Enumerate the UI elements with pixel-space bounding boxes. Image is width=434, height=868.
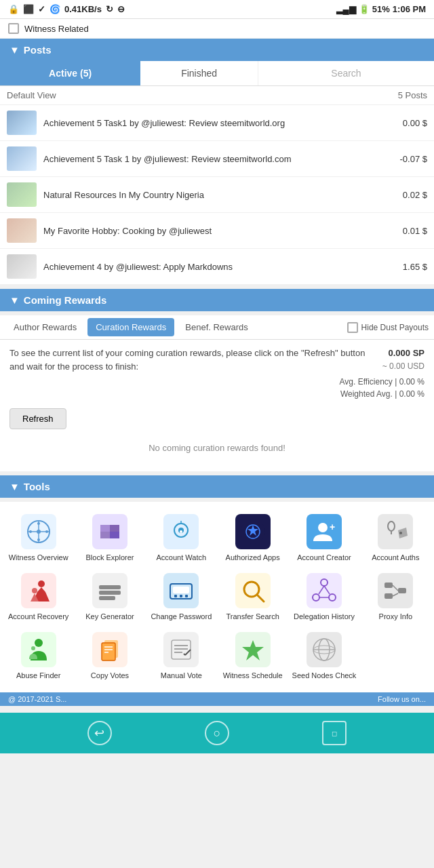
check-icon: ✓ (38, 4, 45, 14)
post-value: 0.00 $ (392, 118, 427, 128)
tool-witness-schedule[interactable]: Witness Schedule (217, 627, 288, 686)
tool-manual-vote[interactable]: Manual Vote (146, 627, 217, 686)
table-row[interactable]: My Favorite Hobby: Cooking by @juliewest… (0, 213, 434, 249)
avg-efficiency-label: Avg. Efficiency | 0.00 % (9, 376, 425, 388)
tool-account-recovery[interactable]: Account Recovery (3, 568, 74, 627)
svg-rect-8 (100, 525, 110, 532)
svg-line-40 (324, 586, 330, 594)
tool-transfer-search[interactable]: Transfer Search (217, 568, 288, 627)
screen-icon: ⬛ (23, 4, 34, 14)
svg-line-45 (393, 585, 398, 591)
tab-search[interactable]: Search (258, 61, 434, 85)
tab-benef-rewards[interactable]: Benef. Rewards (177, 318, 256, 336)
svg-point-4 (37, 522, 40, 525)
svg-rect-33 (185, 595, 188, 597)
tab-finished[interactable]: Finished (140, 61, 258, 85)
posts-toolbar: Default View 5 Posts (0, 86, 434, 105)
svg-rect-44 (384, 593, 393, 599)
svg-rect-27 (99, 591, 121, 595)
copy-votes-label: Copy Votes (91, 671, 129, 680)
tool-block-explorer[interactable]: Block Explorer (74, 509, 145, 568)
account-recovery-label: Account Recovery (8, 612, 68, 621)
svg-rect-26 (99, 585, 121, 589)
avg-efficiency: Avg. Efficiency | 0.00 % Weighted Avg. |… (9, 373, 425, 403)
svg-rect-30 (173, 587, 189, 593)
hide-dust-label: Hide Dust Payouts (361, 323, 429, 332)
abuse-finder-label: Abuse Finder (16, 671, 60, 680)
sp-value: 0.000 SP (382, 347, 425, 360)
back-button[interactable]: ↩ (87, 721, 112, 745)
account-watch-icon (163, 514, 199, 549)
witness-overview-label: Witness Overview (9, 553, 68, 562)
tool-change-password[interactable]: Change Password (146, 568, 217, 627)
tool-witness-overview[interactable]: Witness Overview (3, 509, 74, 568)
svg-point-6 (29, 530, 32, 533)
tools-grid: Witness Overview Block Explorer Account … (0, 502, 434, 693)
tool-account-creator[interactable]: + Account Creator (288, 509, 359, 568)
svg-point-36 (321, 579, 328, 586)
post-thumbnail (7, 218, 37, 243)
svg-line-35 (257, 595, 264, 601)
witness-checkbox[interactable] (8, 23, 19, 34)
browser-icon: 🌀 (50, 4, 60, 14)
rewards-right-panel: 0.000 SP ~ 0.00 USD (382, 347, 425, 372)
svg-line-46 (393, 593, 398, 596)
tab-author-rewards[interactable]: Author Rewards (5, 318, 85, 336)
hide-dust-checkbox[interactable] (347, 322, 358, 333)
tool-authorized-apps[interactable]: Authorized Apps (217, 509, 288, 568)
tool-proxy-info[interactable]: Proxy Info (360, 568, 431, 627)
tools-section: Witness Overview Block Explorer Account … (0, 502, 434, 693)
refresh-button[interactable]: Refresh (9, 408, 66, 429)
tool-account-watch[interactable]: Account Watch (146, 509, 217, 568)
tool-delegation-history[interactable]: Delegation History (288, 568, 359, 627)
speed-display: 0.41KB/s (64, 4, 102, 14)
authorized-apps-icon (235, 514, 271, 549)
rewards-description: To see the current list of your coming c… (9, 348, 365, 372)
transfer-search-icon (235, 573, 271, 608)
coming-rewards-header: ▼ Coming Rewards (0, 289, 434, 311)
posts-section-header: ▼ Posts (0, 39, 434, 61)
svg-point-5 (37, 538, 40, 541)
witness-related-row[interactable]: Witness Related (0, 19, 434, 39)
table-row[interactable]: Achievement 5 Task1 by @juliewest: Revie… (0, 105, 434, 141)
signal-bars: ▂▄▆ (336, 4, 356, 14)
svg-rect-42 (384, 583, 393, 588)
key-generator-label: Key Generator (85, 612, 134, 621)
table-row[interactable]: Natural Resources In My Country Nigeria … (0, 177, 434, 213)
tab-active[interactable]: Active (5) (0, 61, 140, 85)
table-row[interactable]: Achievement 5 Task 1 by @juliewest: Revi… (0, 141, 434, 177)
nav-bar: ↩ ○ ◻ (0, 713, 434, 753)
home-button[interactable]: ○ (205, 721, 229, 745)
svg-rect-31 (174, 595, 177, 597)
tool-abuse-finder[interactable]: Abuse Finder (3, 627, 74, 686)
account-recovery-icon (21, 573, 56, 608)
status-right: ▂▄▆ 🔋 51% 1:06 PM (336, 4, 426, 14)
svg-point-25 (32, 588, 37, 593)
proxy-info-icon (378, 573, 413, 608)
tool-key-generator[interactable]: Key Generator (74, 568, 145, 627)
rewards-content: 0.000 SP ~ 0.00 USD To see the current l… (0, 340, 434, 471)
status-bar: 🔒 ⬛ ✓ 🌀 0.41KB/s ↻ ⊖ ▂▄▆ 🔋 51% 1:06 PM (0, 0, 434, 19)
tab-curation-rewards[interactable]: Curation Rewards (87, 318, 174, 336)
chevron-down-icon: ▼ (9, 481, 20, 492)
block-explorer-icon (92, 514, 127, 549)
witness-schedule-icon (235, 632, 271, 667)
post-title: My Favorite Hobby: Cooking by @juliewest (43, 226, 385, 236)
account-auths-icon (378, 514, 413, 549)
svg-point-7 (45, 530, 48, 533)
svg-point-3 (37, 530, 41, 534)
tool-seed-nodes[interactable]: Seed Nodes Check (288, 627, 359, 686)
coming-rewards-title: Coming Rewards (24, 294, 107, 306)
table-row[interactable]: Achievement 4 by @juliewest: Apply Markd… (0, 249, 434, 285)
tool-copy-votes[interactable]: Copy Votes (74, 627, 145, 686)
post-value: 0.02 $ (392, 190, 427, 200)
svg-rect-32 (180, 595, 182, 597)
no-rewards-message: No coming curation rewards found! (9, 435, 425, 465)
recent-apps-button[interactable]: ◻ (322, 721, 347, 745)
view-selector[interactable]: Default View (7, 90, 56, 100)
post-value: -0.07 $ (392, 154, 427, 164)
footer-left-text: @ 2017-2021 S... (8, 695, 66, 703)
post-title: Achievement 4 by @juliewest: Apply Markd… (43, 262, 385, 272)
tool-account-auths[interactable]: Account Auths (360, 509, 431, 568)
svg-rect-11 (110, 532, 119, 538)
